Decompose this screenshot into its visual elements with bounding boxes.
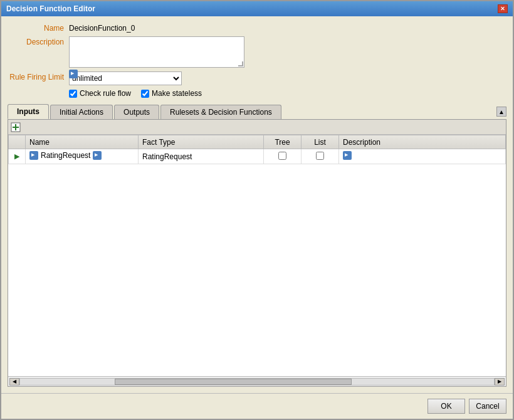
row-desc-cell (339, 149, 506, 164)
row-tree-cell (264, 149, 302, 164)
check-rule-flow-label: Check rule flow (80, 89, 131, 98)
description-label: Description (8, 36, 64, 46)
row-list-checkbox[interactable] (316, 152, 324, 160)
title-bar: Decision Function Editor ✕ (1, 1, 513, 16)
hscroll-track (19, 378, 495, 386)
col-header-fact: Fact Type (139, 135, 264, 149)
tab-initial-actions[interactable]: Initial Actions (50, 105, 113, 119)
table-row: ▶ RatingRequest (9, 149, 506, 164)
tab-rulesets[interactable]: Rulesets & Decision Functions (160, 105, 281, 119)
dialog-footer: OK Cancel (1, 393, 513, 419)
title-bar-buttons: ✕ (498, 4, 508, 13)
tab-content: Name Fact Type Tree List Description ▶ (8, 119, 506, 387)
make-stateless-checkbox[interactable] (141, 90, 149, 98)
make-stateless-item: Make stateless (141, 89, 202, 98)
check-rule-flow-checkbox[interactable] (69, 90, 77, 98)
tabs-section: Inputs Initial Actions Outputs Rulesets … (8, 104, 506, 387)
col-header-list: List (302, 135, 339, 149)
row-list-cell (302, 149, 339, 164)
dialog-window: Decision Function Editor ✕ Name Decision… (0, 0, 514, 420)
col-header-selector (9, 135, 26, 149)
col-header-name: Name (26, 135, 139, 149)
add-row-icon[interactable] (11, 122, 21, 132)
hscroll-thumb[interactable] (115, 379, 352, 385)
make-stateless-label: Make stateless (152, 89, 202, 98)
table-toolbar (8, 120, 506, 135)
col-header-description: Description (339, 135, 506, 149)
checkbox-row: Check rule flow Make stateless (69, 89, 506, 98)
description-wrapper (69, 36, 244, 68)
row-name-cell: RatingRequest (26, 149, 139, 164)
rule-firing-label: Rule Firing Limit (8, 71, 64, 81)
row-name-edit-icon[interactable] (93, 151, 102, 160)
row-edit-icon[interactable] (29, 151, 38, 160)
ok-button[interactable]: OK (427, 399, 465, 414)
col-header-tree: Tree (264, 135, 302, 149)
dialog-body: Name DecisionFunction_0 Description Rule… (1, 16, 513, 393)
tab-inputs[interactable]: Inputs (8, 104, 49, 119)
collapse-button[interactable]: ▲ (496, 107, 506, 117)
horizontal-scrollbar: ◀ ▶ (8, 376, 506, 386)
dialog-title: Decision Function Editor (6, 4, 95, 13)
resize-handle[interactable] (238, 61, 243, 66)
row-selector: ▶ (9, 149, 26, 164)
row-select-icon: ▶ (13, 152, 21, 161)
row-fact-value: RatingRequest (142, 152, 192, 161)
table-wrapper: Name Fact Type Tree List Description ▶ (8, 135, 506, 376)
close-button[interactable]: ✕ (498, 4, 508, 13)
cancel-button[interactable]: Cancel (469, 399, 506, 414)
rule-firing-row: Rule Firing Limit unlimited once custom (8, 71, 506, 85)
check-rule-flow-item: Check rule flow (69, 89, 131, 98)
row-name-wrapper: RatingRequest (29, 151, 102, 160)
name-value: DecisionFunction_0 (69, 23, 135, 33)
inputs-table: Name Fact Type Tree List Description ▶ (8, 135, 506, 164)
row-name-value: RatingRequest (41, 151, 90, 160)
scroll-left-arrow[interactable]: ◀ (9, 378, 19, 386)
rule-firing-select[interactable]: unlimited once custom (69, 71, 182, 85)
name-label: Name (8, 23, 64, 33)
row-fact-cell: RatingRequest (139, 149, 264, 164)
row-desc-edit-icon[interactable] (343, 151, 352, 160)
row-tree-checkbox[interactable] (278, 152, 286, 160)
description-input[interactable] (69, 36, 244, 68)
name-row: Name DecisionFunction_0 (8, 23, 506, 33)
scroll-right-arrow[interactable]: ▶ (495, 378, 505, 386)
tab-bar: Inputs Initial Actions Outputs Rulesets … (8, 104, 281, 119)
description-edit-icon[interactable] (69, 70, 78, 78)
form-section: Name DecisionFunction_0 Description Rule… (8, 23, 506, 98)
description-row: Description (8, 36, 506, 68)
tab-outputs[interactable]: Outputs (114, 105, 159, 119)
